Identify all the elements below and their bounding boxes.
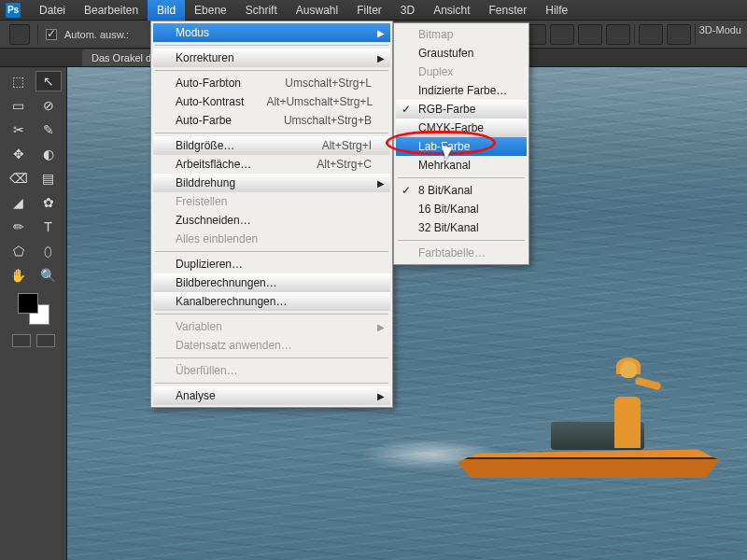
bild-menu-item[interactable]: Kanalberechnungen… xyxy=(153,292,390,311)
tool-button[interactable]: ✎ xyxy=(35,119,62,140)
menu-separator xyxy=(398,177,525,178)
menu-item-label: Alles einblenden xyxy=(176,232,258,245)
modus-menu-item[interactable]: Lab-Farbe xyxy=(396,137,527,156)
tool-button[interactable]: T xyxy=(35,217,62,237)
menu-auswahl[interactable]: Auswahl xyxy=(287,0,347,21)
bild-menu-item[interactable]: Bildgröße…Alt+Strg+I xyxy=(153,136,390,155)
bild-menu-item[interactable]: Korrekturen▶ xyxy=(153,49,390,67)
screenmode-icon[interactable] xyxy=(36,334,55,347)
menu-filter[interactable]: Filter xyxy=(347,0,391,21)
tool-button[interactable]: ⬯ xyxy=(35,241,62,261)
bild-menu-item[interactable]: Duplizieren… xyxy=(153,255,390,273)
bild-menu-item[interactable]: Modus▶ xyxy=(153,23,390,42)
color-swatches[interactable] xyxy=(18,293,49,325)
bild-menu-item[interactable]: Analyse▶ xyxy=(153,386,390,405)
menu-item-label: 32 Bit/Kanal xyxy=(418,221,479,234)
menu-fenster[interactable]: Fenster xyxy=(480,0,537,21)
menu-shortcut: Alt+Umschalt+Strg+L xyxy=(244,95,373,108)
tool-button[interactable]: ⬚ xyxy=(6,71,32,91)
menu-item-label: Auto-Farbton xyxy=(176,77,241,90)
bild-menu-item[interactable]: Zuschneiden… xyxy=(153,211,390,230)
menu-item-label: Auto-Farbe xyxy=(176,114,232,127)
submenu-arrow-icon: ▶ xyxy=(377,53,385,63)
auto-select-label: Autom. ausw.: xyxy=(64,29,129,40)
modus-menu-item[interactable]: Mehrkanal xyxy=(396,156,527,175)
menu-separator xyxy=(398,240,525,241)
tool-button[interactable]: ▤ xyxy=(35,168,62,189)
tool-button[interactable]: ⌫ xyxy=(6,168,32,189)
menu-item-label: Variablen xyxy=(176,320,222,333)
foreground-swatch[interactable] xyxy=(18,293,38,314)
modus-menu-item[interactable]: ✓RGB-Farbe xyxy=(396,100,527,119)
menu-schrift[interactable]: Schrift xyxy=(236,0,287,21)
auto-select-checkbox[interactable] xyxy=(46,29,57,40)
menu-hilfe[interactable]: Hilfe xyxy=(536,0,577,21)
distribute-icon[interactable] xyxy=(639,24,663,45)
menu-separator xyxy=(155,70,388,71)
bild-menu-item: Freistellen xyxy=(153,192,390,211)
bild-menu-item: Datensatz anwenden… xyxy=(153,336,390,355)
align-icon[interactable] xyxy=(550,24,574,45)
bild-menu-item[interactable]: Bildberechnungen… xyxy=(153,273,390,292)
tool-button[interactable]: ✥ xyxy=(6,144,32,164)
distribute-icon[interactable] xyxy=(667,24,691,45)
menu-ebene[interactable]: Ebene xyxy=(185,0,236,21)
menu-ansicht[interactable]: Ansicht xyxy=(424,0,479,21)
menu-item-label: Kanalberechnungen… xyxy=(176,295,287,308)
bild-menu-item[interactable]: Auto-KontrastAlt+Umschalt+Strg+L xyxy=(153,92,390,111)
tool-button[interactable]: ◢ xyxy=(6,192,32,213)
bild-menu-item[interactable]: Auto-FarbtonUmschalt+Strg+L xyxy=(153,74,390,92)
tool-button[interactable]: ✂ xyxy=(6,119,32,140)
arrange-icon[interactable] xyxy=(578,24,602,45)
modus-menu-item: Farbtabelle… xyxy=(396,244,527,262)
menu-shortcut: Umschalt+Strg+L xyxy=(262,77,372,90)
bild-menu-item[interactable]: Arbeitsfläche…Alt+Strg+C xyxy=(153,155,390,174)
menu-item-label: Duplizieren… xyxy=(176,258,243,271)
tool-button[interactable]: ↖ xyxy=(35,71,62,91)
menu-item-label: Bilddrehung xyxy=(176,176,235,189)
bild-menu-item: Überfüllen… xyxy=(153,361,390,380)
modus-menu-item[interactable]: Graustufen xyxy=(396,44,527,63)
menu-item-label: Überfüllen… xyxy=(176,364,238,377)
tool-button[interactable]: ✋ xyxy=(6,265,32,286)
menu-3d[interactable]: 3D xyxy=(391,0,424,21)
3d-mode-label: 3D-Modu xyxy=(699,24,741,45)
submenu-arrow-icon: ▶ xyxy=(377,391,385,401)
modus-menu-item[interactable]: CMYK-Farbe xyxy=(396,119,527,137)
submenu-modus: BitmapGraustufenDuplexIndizierte Farbe…✓… xyxy=(393,22,529,265)
menu-item-label: Indizierte Farbe… xyxy=(418,84,507,97)
bild-menu-item[interactable]: Auto-FarbeUmschalt+Strg+B xyxy=(153,111,390,130)
arrange-icon[interactable] xyxy=(606,24,630,45)
separator xyxy=(37,24,38,45)
menu-separator xyxy=(155,357,388,358)
menu-shortcut: Alt+Strg+I xyxy=(300,139,372,152)
modus-menu-item[interactable]: 32 Bit/Kanal xyxy=(396,218,527,237)
modus-menu-item: Duplex xyxy=(396,63,527,81)
tool-button[interactable]: ▭ xyxy=(6,95,32,116)
tool-button[interactable]: ✏ xyxy=(6,217,32,237)
menu-datei[interactable]: Datei xyxy=(30,0,75,21)
screen-mode-icons xyxy=(12,334,55,347)
menu-bearbeiten[interactable]: Bearbeiten xyxy=(75,0,148,21)
menu-bild[interactable]: Bild xyxy=(148,0,185,21)
move-tool-preset-icon[interactable] xyxy=(9,24,30,45)
modus-menu-item[interactable]: 16 Bit/Kanal xyxy=(396,200,527,218)
tool-button[interactable]: ◐ xyxy=(35,144,62,164)
tool-button[interactable]: ⊘ xyxy=(35,95,62,116)
bild-menu-item: Variablen▶ xyxy=(153,317,390,336)
modus-menu-item[interactable]: Indizierte Farbe… xyxy=(396,81,527,100)
menu-item-label: Lab-Farbe xyxy=(418,140,470,153)
tool-button[interactable]: ✿ xyxy=(35,192,62,213)
check-icon: ✓ xyxy=(402,184,411,197)
tool-button[interactable]: ⬠ xyxy=(6,241,32,261)
menu-separator xyxy=(155,45,388,46)
menu-separator xyxy=(155,383,388,384)
menu-shortcut: Alt+Strg+C xyxy=(294,158,372,171)
menu-item-label: Mehrkanal xyxy=(418,159,471,172)
menu-item-label: 16 Bit/Kanal xyxy=(418,203,479,216)
modus-menu-item[interactable]: ✓8 Bit/Kanal xyxy=(396,181,527,200)
bild-menu-item[interactable]: Bilddrehung▶ xyxy=(153,174,390,192)
modus-menu-item: Bitmap xyxy=(396,25,527,44)
tool-button[interactable]: 🔍 xyxy=(35,265,62,286)
quickmask-icon[interactable] xyxy=(12,334,31,347)
